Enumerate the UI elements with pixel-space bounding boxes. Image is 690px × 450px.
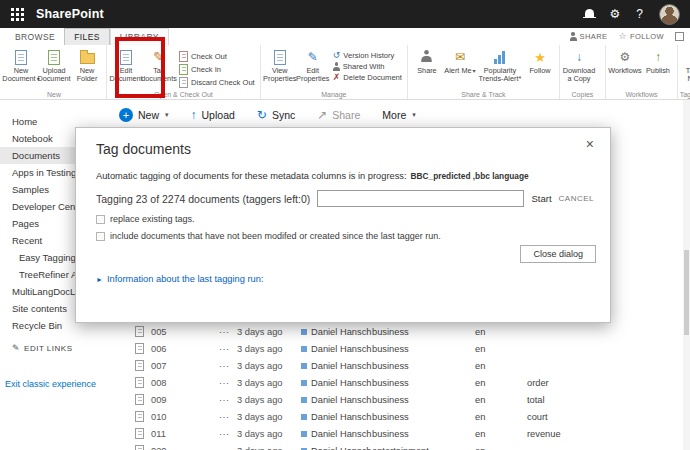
- cancel-link[interactable]: CANCEL: [559, 194, 594, 203]
- more-button[interactable]: More ▾: [382, 109, 415, 121]
- doc-name-cell[interactable]: 008: [151, 378, 219, 388]
- ribbon-group-tags-notes: Tags & Notes Tags and Notes: [678, 45, 690, 99]
- share-button-ribbon[interactable]: Share: [411, 47, 443, 75]
- group-label: Tags and Notes: [678, 91, 690, 98]
- include-unmodified-checkbox[interactable]: [96, 232, 105, 241]
- ellipsis-menu-icon[interactable]: ···: [219, 446, 237, 450]
- doc-name-cell[interactable]: 006: [151, 344, 219, 354]
- tab-library[interactable]: LIBRARY: [110, 28, 169, 45]
- check-out-icon: [179, 51, 188, 62]
- edit-links-button[interactable]: ✎ EDIT LINKS: [0, 344, 97, 353]
- workflows-button[interactable]: ⚙ Workflows: [609, 47, 641, 75]
- ellipsis-menu-icon[interactable]: ···: [219, 412, 237, 422]
- table-row[interactable]: 009 ··· 3 days ago Daniel Hansch busines…: [97, 391, 683, 408]
- doc-name-cell[interactable]: 009: [151, 395, 219, 405]
- close-dialog-button[interactable]: Close dialog: [520, 245, 596, 263]
- edit-properties-button[interactable]: ✎ Edit Properties: [297, 47, 329, 84]
- app-launcher-icon[interactable]: [10, 7, 24, 21]
- tag-input[interactable]: [317, 190, 524, 207]
- new-document-button[interactable]: New Document▾: [5, 47, 37, 84]
- button-label: Alert Me▾: [444, 67, 475, 75]
- upload-document-button[interactable]: Upload Document: [38, 47, 70, 84]
- popularity-trends-button[interactable]: Popularity Trends-Alert*: [477, 47, 523, 84]
- person-name[interactable]: Daniel Hansch: [311, 412, 371, 422]
- tab-browse[interactable]: BROWSE: [6, 28, 64, 45]
- sync-button[interactable]: ↻ Sync: [257, 109, 295, 121]
- person-name[interactable]: Daniel Hansch: [311, 446, 371, 450]
- person-name[interactable]: Daniel Hansch: [311, 361, 371, 371]
- modified-by-cell: Daniel Hansch: [301, 361, 372, 371]
- person-name[interactable]: Daniel Hansch: [311, 429, 371, 439]
- tag-documents-button[interactable]: ✎ Tag documents: [143, 47, 175, 84]
- doc-name-cell[interactable]: 020: [151, 446, 219, 450]
- doc-name-cell[interactable]: 005: [151, 327, 219, 337]
- close-icon[interactable]: ×: [581, 134, 599, 154]
- version-history-button[interactable]: ↺ Version History: [333, 51, 402, 60]
- modified-by-cell: Daniel Hansch: [301, 344, 372, 354]
- doc-name-cell[interactable]: 010: [151, 412, 219, 422]
- table-row[interactable]: 010 ··· 3 days ago Daniel Hansch busines…: [97, 408, 683, 425]
- presence-icon: [301, 414, 307, 420]
- alert-me-button[interactable]: ✉ Alert Me▾: [444, 47, 476, 75]
- shared-with-button[interactable]: Shared With: [333, 62, 402, 71]
- replace-tags-checkbox[interactable]: [96, 215, 105, 224]
- last-tagging-run-link[interactable]: ► Information about the last tagging run…: [96, 274, 594, 284]
- button-label: Share: [417, 67, 436, 75]
- publish-button[interactable]: ↑ Publish: [642, 47, 674, 75]
- doc-name-cell[interactable]: 007: [151, 361, 219, 371]
- table-row[interactable]: 005 ··· 3 days ago Daniel Hansch busines…: [97, 323, 683, 340]
- check-out-button[interactable]: Check Out: [179, 51, 255, 62]
- ellipsis-menu-icon[interactable]: ···: [219, 327, 237, 337]
- workflow-icon: ⚙: [620, 51, 631, 63]
- view-properties-button[interactable]: View Properties: [264, 47, 296, 84]
- focus-mode-icon[interactable]: [675, 32, 684, 41]
- user-avatar[interactable]: [659, 4, 680, 25]
- new-folder-button[interactable]: New Folder: [71, 47, 103, 84]
- help-icon[interactable]: ?: [636, 8, 643, 20]
- upload-button[interactable]: ↑ Upload: [191, 109, 235, 121]
- tags-and-notes-button[interactable]: Tags & Notes: [681, 47, 690, 84]
- person-name[interactable]: Daniel Hansch: [311, 327, 371, 337]
- presence-icon: [301, 380, 307, 386]
- ellipsis-menu-icon[interactable]: ···: [219, 395, 237, 405]
- exit-classic-experience-link[interactable]: Exit classic experience: [0, 379, 97, 389]
- check-in-button[interactable]: Check In: [179, 64, 255, 75]
- person-name[interactable]: Daniel Hansch: [311, 395, 371, 405]
- tag-documents-dialog: Tag documents × Automatic tagging of doc…: [75, 127, 611, 323]
- category-cell: business: [372, 344, 475, 354]
- notifications-bell-icon[interactable]: [585, 9, 594, 17]
- sidebar-item-label: Site contents: [12, 303, 67, 314]
- start-link[interactable]: Start: [531, 193, 551, 204]
- discard-check-out-button[interactable]: Discard Check Out: [179, 77, 255, 88]
- scrollbar-thumb[interactable]: [684, 250, 689, 335]
- table-row[interactable]: 006 ··· 3 days ago Daniel Hansch busines…: [97, 340, 683, 357]
- doc-name-cell[interactable]: 011: [151, 429, 219, 439]
- person-name[interactable]: Daniel Hansch: [311, 344, 371, 354]
- vertical-scrollbar[interactable]: [683, 100, 690, 450]
- ellipsis-menu-icon[interactable]: ···: [219, 429, 237, 439]
- download-a-copy-button[interactable]: ↓ Download a Copy: [563, 47, 595, 84]
- settings-gear-icon[interactable]: ⚙: [610, 8, 621, 20]
- edit-document-button[interactable]: Edit Document: [110, 47, 142, 84]
- ellipsis-menu-icon[interactable]: ···: [219, 344, 237, 354]
- table-row[interactable]: 007 ··· 3 days ago Daniel Hansch busines…: [97, 357, 683, 374]
- follow-action[interactable]: ☆ FOLLOW: [618, 32, 664, 41]
- delete-document-button[interactable]: ✗ Delete Document: [333, 73, 402, 82]
- upload-icon: ↑: [191, 109, 197, 121]
- ellipsis-menu-icon[interactable]: ···: [219, 378, 237, 388]
- add-icon: +: [119, 108, 133, 122]
- follow-button[interactable]: ★ Follow: [524, 47, 556, 75]
- delete-icon: ✗: [333, 73, 341, 82]
- table-row[interactable]: 011 ··· 3 days ago Daniel Hansch busines…: [97, 425, 683, 442]
- edit-links-label: EDIT LINKS: [24, 344, 72, 353]
- share-button[interactable]: ↗ Share: [317, 109, 360, 121]
- button-label: New Folder: [71, 67, 103, 84]
- check-in-icon: [179, 64, 188, 75]
- ellipsis-menu-icon[interactable]: ···: [219, 361, 237, 371]
- table-row[interactable]: 008 ··· 3 days ago Daniel Hansch busines…: [97, 374, 683, 391]
- new-button[interactable]: + New ▾: [119, 108, 169, 122]
- table-row[interactable]: 020 ··· 3 days ago Daniel Hansch enterta…: [97, 442, 683, 450]
- tab-files[interactable]: FILES: [64, 28, 110, 45]
- person-name[interactable]: Daniel Hansch: [311, 378, 371, 388]
- share-action[interactable]: SHARE: [570, 32, 608, 41]
